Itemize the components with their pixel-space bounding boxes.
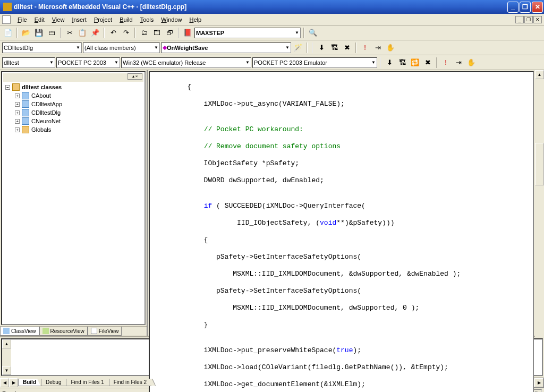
mdi-restore-button[interactable]: ❐ xyxy=(524,16,533,23)
class-tree[interactable]: ▴ × − dlltest classes +CAbout +CDlltestA… xyxy=(1,71,146,325)
workspace-icon[interactable]: 🗂 xyxy=(138,27,150,39)
tree-item-cdlltestdlg[interactable]: +CDlltestDlg xyxy=(13,108,143,117)
windows-icon[interactable]: 🗗 xyxy=(164,27,175,39)
menu-help[interactable]: Help xyxy=(185,15,205,24)
build-icon[interactable]: 🏗 xyxy=(328,42,340,54)
mdi-close-button[interactable]: ✕ xyxy=(533,16,542,23)
menu-tools[interactable]: Tools xyxy=(137,15,158,24)
class-icon xyxy=(22,100,29,108)
download-icon[interactable]: ⬇ xyxy=(384,57,395,69)
class-icon xyxy=(22,117,29,125)
title-bar: dlltest - Microsoft eMbedded Visual C++ … xyxy=(0,0,544,14)
sidebar-tabs: ClassView ResourceView FileView xyxy=(0,326,147,336)
go-icon[interactable]: ⇥ xyxy=(372,42,384,54)
execute2-icon[interactable]: ! xyxy=(440,57,452,69)
tab-find2[interactable]: Find in Files 2 xyxy=(109,379,151,386)
menu-window[interactable]: Window xyxy=(157,15,185,24)
tab-find1[interactable]: Find in Files 1 xyxy=(66,379,108,386)
find-icon[interactable]: 🔍 xyxy=(307,27,319,39)
menu-bar: File Edit View Insert Project Build Tool… xyxy=(0,14,544,25)
scroll-up-icon[interactable]: ▲ xyxy=(535,70,544,79)
tree-item-cabout[interactable]: +CAbout xyxy=(13,91,143,100)
classview-icon xyxy=(3,328,10,334)
sdk-combo[interactable]: POCKET PC 2003▼ xyxy=(56,57,120,68)
menu-insert[interactable]: Insert xyxy=(68,15,90,24)
execute-icon[interactable]: ! xyxy=(359,42,371,54)
standard-toolbar: 📄 📂 💾 🗃 ✂ 📋 📌 ↶ ↷ 🗂 🗔 🗗 📕 MAXSTEP▼ 🔍 xyxy=(0,25,544,40)
new-file-icon[interactable]: 📄 xyxy=(2,27,14,39)
paste-icon[interactable]: 📌 xyxy=(89,27,101,39)
rebuild-icon[interactable]: 🔁 xyxy=(409,57,421,69)
menu-file[interactable]: File xyxy=(14,15,31,24)
hand-icon[interactable]: ✋ xyxy=(465,57,477,69)
config-combo[interactable]: Win32 (WCE emulator) Release▼ xyxy=(121,57,251,68)
out-scroll-down-icon[interactable]: ▼ xyxy=(2,366,11,375)
tree-root[interactable]: − dlltest classes xyxy=(3,83,143,91)
scroll-thumb[interactable] xyxy=(535,143,544,185)
stop-build-icon[interactable]: ✖ xyxy=(341,42,353,54)
tree-item-globals[interactable]: +Globals xyxy=(13,125,143,134)
window-title: dlltest - Microsoft eMbedded Visual C++ … xyxy=(14,3,507,11)
tree-close-icon[interactable]: ▴ × xyxy=(128,73,142,80)
menu-edit[interactable]: Edit xyxy=(31,15,48,24)
editor-area: { iXMLDoc->put_async(VARIANT_FALSE); // … xyxy=(148,70,544,336)
app-icon xyxy=(3,3,12,11)
compile-icon[interactable]: ⬇ xyxy=(316,42,327,54)
folder-icon xyxy=(22,126,29,133)
expand-icon[interactable]: + xyxy=(15,119,20,124)
book-icon[interactable]: 📕 xyxy=(182,27,193,39)
maximize-button[interactable]: ❐ xyxy=(520,2,531,13)
tab-build[interactable]: Build xyxy=(18,379,41,386)
go2-icon[interactable]: ⇥ xyxy=(453,57,464,69)
collapse-icon[interactable]: − xyxy=(5,85,10,90)
tab-fileview[interactable]: FileView xyxy=(88,327,122,336)
tree-root-label: dlltest classes xyxy=(22,84,62,90)
undo-icon[interactable]: ↶ xyxy=(107,27,119,39)
cut-icon[interactable]: ✂ xyxy=(64,27,75,39)
document-icon xyxy=(2,15,11,24)
output-icon[interactable]: 🗔 xyxy=(151,27,163,39)
redo-icon[interactable]: ↷ xyxy=(120,27,132,39)
macro-combo[interactable]: MAXSTEP▼ xyxy=(194,28,301,38)
out-scroll-up-icon[interactable]: ▲ xyxy=(2,339,11,348)
menu-project[interactable]: Project xyxy=(90,15,116,24)
expand-icon[interactable]: + xyxy=(15,127,20,132)
save-icon[interactable]: 💾 xyxy=(33,27,45,39)
open-icon[interactable]: 📂 xyxy=(20,27,32,39)
device-combo[interactable]: POCKET PC 2003 Emulator▼ xyxy=(252,57,377,68)
copy-icon[interactable]: 📋 xyxy=(76,27,88,39)
tab-scroll-right-icon[interactable]: ▶ xyxy=(9,378,18,387)
tree-item-cneuronet[interactable]: +CNeuroNet xyxy=(13,117,143,125)
tab-resourceview[interactable]: ResourceView xyxy=(39,327,88,336)
expand-icon[interactable]: + xyxy=(15,110,20,115)
expand-icon[interactable]: + xyxy=(15,93,20,98)
build2-icon[interactable]: 🏗 xyxy=(396,57,408,69)
mdi-minimize-button[interactable]: _ xyxy=(515,16,524,23)
menu-view[interactable]: View xyxy=(48,15,69,24)
tree-item-cdlltestapp[interactable]: +CDlltestApp xyxy=(13,100,143,108)
code-editor[interactable]: { iXMLDoc->put_async(VARIANT_FALSE); // … xyxy=(149,71,534,392)
workspace-sidebar: ▴ × − dlltest classes +CAbout +CDlltestA… xyxy=(0,70,148,336)
folder-icon xyxy=(12,83,20,91)
save-all-icon[interactable]: 🗃 xyxy=(46,27,57,39)
wizard-toolbar: CDlltestDlg▼ (All class members)▼ ◆ OnWe… xyxy=(0,40,544,55)
wizard-action-icon[interactable]: 🪄 xyxy=(292,42,304,54)
minimize-button[interactable]: _ xyxy=(507,2,518,13)
breakpoint-icon[interactable]: ✋ xyxy=(385,42,396,54)
close-button[interactable]: ✕ xyxy=(532,2,543,13)
members-combo[interactable]: (All class members)▼ xyxy=(83,42,160,53)
stop2-icon[interactable]: ✖ xyxy=(422,57,434,69)
class-combo[interactable]: CDlltestDlg▼ xyxy=(2,42,82,53)
resourceview-icon xyxy=(42,328,49,334)
tab-classview[interactable]: ClassView xyxy=(0,327,39,336)
tab-debug[interactable]: Debug xyxy=(41,379,66,386)
menu-build[interactable]: Build xyxy=(116,15,136,24)
tab-scroll-left-icon[interactable]: ◀ xyxy=(0,378,9,387)
expand-icon[interactable]: + xyxy=(15,102,20,107)
status-ready: Ready xyxy=(2,390,19,393)
platform-toolbar: dlltest▼ POCKET PC 2003▼ Win32 (WCE emul… xyxy=(0,55,544,70)
editor-vscroll[interactable]: ▲ ▼ xyxy=(535,70,544,392)
function-combo[interactable]: ◆ OnWeightSave▼ xyxy=(161,42,291,53)
class-icon xyxy=(22,92,29,99)
project-combo[interactable]: dlltest▼ xyxy=(2,57,55,68)
